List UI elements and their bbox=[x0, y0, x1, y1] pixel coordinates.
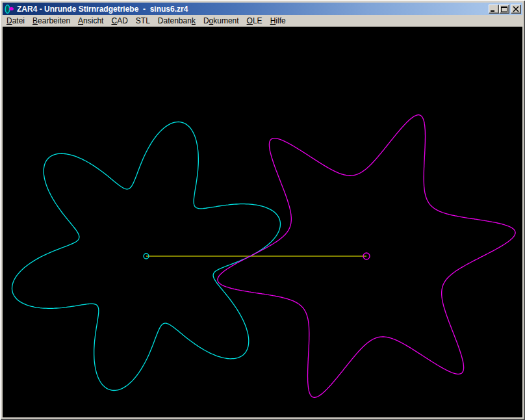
menu-item-dokument[interactable]: Dokument bbox=[199, 16, 243, 26]
app-icon bbox=[4, 4, 14, 14]
minimize-icon bbox=[490, 6, 498, 12]
menu-item-bearbeiten[interactable]: Bearbeiten bbox=[29, 16, 74, 26]
menu-item-datenbank[interactable]: Datenbank bbox=[154, 16, 199, 26]
app-window: ZAR4 - Unrunde Stirnradgetriebe - sinus6… bbox=[0, 0, 525, 420]
maximize-button[interactable] bbox=[499, 5, 509, 14]
menu-item-hilfe[interactable]: Hilfe bbox=[266, 16, 290, 26]
drawing-area bbox=[3, 27, 522, 417]
menu-item-ansicht[interactable]: Ansicht bbox=[74, 16, 107, 26]
minimize-button[interactable] bbox=[489, 5, 499, 14]
close-button[interactable] bbox=[511, 5, 521, 14]
close-icon bbox=[512, 6, 520, 12]
title-bar[interactable]: ZAR4 - Unrunde Stirnradgetriebe - sinus6… bbox=[3, 3, 522, 15]
menu-item-stl[interactable]: STL bbox=[132, 16, 154, 26]
maximize-icon bbox=[500, 6, 508, 12]
menu-item-ole[interactable]: OLE bbox=[243, 16, 266, 26]
menu-bar: DateiBearbeitenAnsichtCADSTLDatenbankDok… bbox=[3, 15, 522, 27]
window-title: ZAR4 - Unrunde Stirnradgetriebe - sinus6… bbox=[17, 5, 489, 14]
menu-item-cad[interactable]: CAD bbox=[107, 16, 131, 26]
titlebar-buttons bbox=[489, 5, 521, 14]
menu-item-datei[interactable]: Datei bbox=[3, 16, 29, 26]
gear-canvas bbox=[3, 27, 522, 417]
